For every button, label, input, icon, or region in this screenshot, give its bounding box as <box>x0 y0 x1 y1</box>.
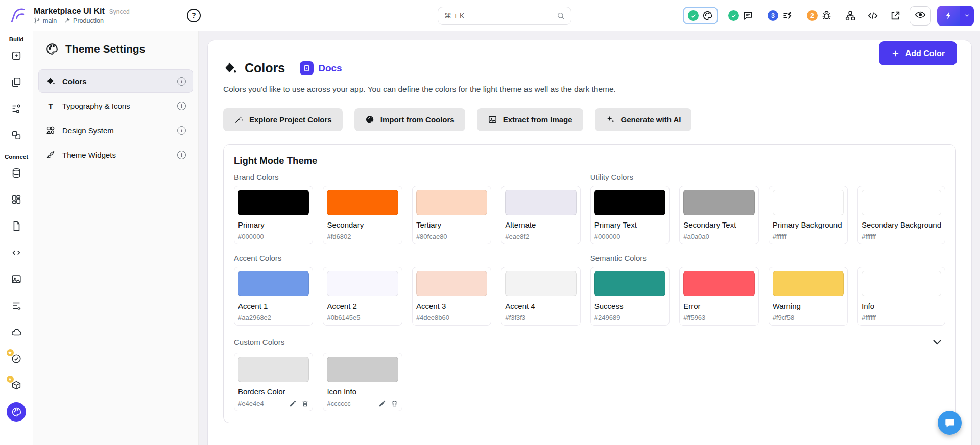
panel-item-colors[interactable]: Colors <box>38 69 193 93</box>
open-external-icon[interactable] <box>887 8 903 24</box>
explore-project-colors-button[interactable]: Explore Project Colors <box>223 108 343 131</box>
docs-link[interactable]: Docs <box>300 61 342 75</box>
add-color-button[interactable]: Add Color <box>879 41 957 65</box>
color-swatch <box>505 190 576 215</box>
generate-with-ai-button[interactable]: Generate with AI <box>595 108 692 131</box>
color-hex: #000000 <box>238 233 264 240</box>
lightning-icon[interactable] <box>937 6 960 26</box>
panel-item-label: Theme Widgets <box>62 151 116 159</box>
rail-item-packages[interactable] <box>0 372 33 399</box>
delete-color-icon[interactable] <box>391 400 398 407</box>
color-swatch <box>327 190 398 215</box>
colors-card: Colors Docs Add Color Colors you'd like … <box>207 40 972 445</box>
color-tile-warning[interactable]: Warning #f9cf58 <box>769 267 848 326</box>
rail-item-widget-tree[interactable] <box>0 95 33 122</box>
light-mode-title: Light Mode Theme <box>234 155 945 166</box>
rail-item-dashboard[interactable] <box>0 186 33 213</box>
rail-item-theme-settings[interactable] <box>0 399 33 425</box>
branch-indicator[interactable]: main <box>34 17 57 24</box>
rail-item-add-widget[interactable] <box>0 42 33 69</box>
run-button[interactable] <box>937 6 974 26</box>
color-name: Success <box>594 302 665 310</box>
edit-color-icon[interactable] <box>289 400 297 407</box>
color-swatch <box>862 271 941 296</box>
panel-item-theme-widgets[interactable]: Theme Widgets <box>38 143 193 166</box>
color-tile-borders-color[interactable]: Borders Color #e4e4e4 <box>234 353 313 411</box>
color-tile-secondary[interactable]: Secondary #fd6802 <box>323 186 402 244</box>
check-icon <box>728 10 739 21</box>
color-tile-tertiary[interactable]: Tertiary #80fcae80 <box>412 186 491 244</box>
custom-colors-header: Custom Colors <box>234 336 945 348</box>
color-tile-primary[interactable]: Primary #000000 <box>234 186 313 244</box>
docs-icon <box>300 61 314 75</box>
environment-indicator[interactable]: Production <box>64 17 104 24</box>
preview-button[interactable] <box>910 6 931 26</box>
color-tile-alternate[interactable]: Alternate #eae8f2 <box>501 186 580 244</box>
color-tile-info[interactable]: Info #ffffff <box>857 267 945 326</box>
color-hex: #a0a0a0 <box>683 233 709 240</box>
color-tile-accent-3[interactable]: Accent 3 #4dee8b60 <box>412 267 491 326</box>
color-tile-icon-info[interactable]: Icon Info #cccccc <box>323 353 402 411</box>
edit-color-icon[interactable] <box>378 400 386 407</box>
chat-bubble-button[interactable] <box>938 411 962 435</box>
color-tile-accent-2[interactable]: Accent 2 #0b6145e5 <box>323 267 402 326</box>
import-from-coolors-button[interactable]: Import from Coolors <box>354 108 465 131</box>
info-icon[interactable] <box>177 77 186 86</box>
action-label: Generate with AI <box>621 115 681 124</box>
color-name: Accent 2 <box>327 302 398 310</box>
workflow-status-button[interactable]: 3 <box>763 8 797 23</box>
color-swatch <box>683 190 754 215</box>
panel-item-design-system[interactable]: Design System <box>38 118 193 142</box>
color-tile-primary-background[interactable]: Primary Background #ffffff <box>769 186 848 244</box>
rail-item-files[interactable] <box>0 213 33 239</box>
rail-item-media[interactable] <box>0 266 33 292</box>
color-hex: #4dee8b60 <box>416 314 449 322</box>
extract-from-image-button[interactable]: Extract from Image <box>477 108 583 131</box>
panel-item-typography[interactable]: Typography & Icons <box>38 94 193 117</box>
color-name: Accent 3 <box>416 302 487 310</box>
rail-item-components[interactable] <box>0 122 33 149</box>
color-name: Primary Text <box>594 220 665 229</box>
rail-item-data-flow[interactable] <box>0 292 33 319</box>
paint-bucket-icon <box>223 61 237 75</box>
rail-item-database[interactable] <box>0 160 33 186</box>
code-view-icon[interactable] <box>865 8 881 24</box>
rail-item-custom-code[interactable] <box>0 239 33 266</box>
color-tile-secondary-background[interactable]: Secondary Background #ffffff <box>857 186 945 244</box>
run-options-chevron[interactable] <box>960 6 974 26</box>
colors-header: Colors Docs Add Color <box>223 61 956 76</box>
color-swatch <box>683 271 754 296</box>
delete-color-icon[interactable] <box>301 400 309 407</box>
search-input[interactable]: ⌘ + K <box>438 7 571 25</box>
light-mode-theme-card: Light Mode Theme Brand Colors Utility Co… <box>223 144 956 423</box>
sync-status: Synced <box>109 8 130 15</box>
debug-status-button[interactable]: 2 <box>803 8 836 23</box>
info-icon[interactable] <box>177 151 186 159</box>
rail-item-pages[interactable] <box>0 69 33 95</box>
info-icon[interactable] <box>177 102 186 110</box>
panel-title: Theme Settings <box>65 43 145 55</box>
rail-item-checklist[interactable] <box>0 345 33 372</box>
collapse-custom-colors-icon[interactable] <box>931 336 943 348</box>
color-tile-error[interactable]: Error #ff5963 <box>679 267 758 326</box>
widget-tree-icon[interactable] <box>842 8 858 24</box>
color-hex: #0b6145e5 <box>327 314 360 322</box>
comments-status-button[interactable] <box>724 8 757 23</box>
app-logo-icon[interactable] <box>7 4 30 27</box>
color-tile-accent-4[interactable]: Accent 4 #f3f3f3 <box>501 267 580 326</box>
color-name: Secondary Text <box>683 220 754 229</box>
theme-status-button[interactable] <box>683 7 718 24</box>
color-hex: #ffffff <box>862 314 876 322</box>
color-tile-success[interactable]: Success #249689 <box>590 267 670 326</box>
color-tile-primary-text[interactable]: Primary Text #000000 <box>590 186 670 244</box>
info-icon[interactable] <box>177 126 186 135</box>
color-tile-accent-1[interactable]: Accent 1 #aa2968e2 <box>234 267 313 326</box>
action-label: Explore Project Colors <box>249 115 332 124</box>
typography-icon <box>45 102 56 110</box>
debug-count-badge: 2 <box>807 10 818 21</box>
color-tile-secondary-text[interactable]: Secondary Text #a0a0a0 <box>679 186 758 244</box>
rail-connect-label: Connect <box>5 154 28 160</box>
help-icon[interactable] <box>187 9 201 22</box>
workflow-count-badge: 3 <box>768 10 778 21</box>
rail-item-cloud[interactable] <box>0 319 33 345</box>
